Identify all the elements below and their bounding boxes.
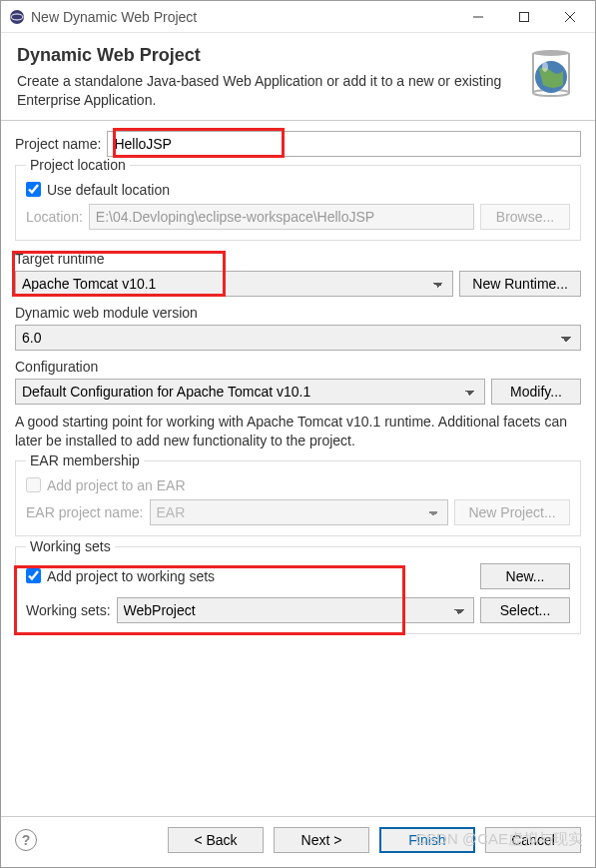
location-label: Location:: [26, 209, 83, 225]
configuration-select[interactable]: Default Configuration for Apache Tomcat …: [15, 379, 485, 405]
add-to-ear-label: Add project to an EAR: [47, 477, 186, 493]
use-default-location-checkbox[interactable]: [26, 182, 41, 197]
location-input: [89, 204, 474, 230]
select-working-set-button[interactable]: Select...: [480, 597, 570, 623]
eclipse-icon: [9, 9, 25, 25]
working-sets-label: Working sets:: [26, 602, 111, 618]
finish-button[interactable]: Finish: [379, 827, 475, 853]
window-title: New Dynamic Web Project: [31, 9, 455, 25]
project-name-label: Project name:: [15, 136, 101, 152]
ear-name-label: EAR project name:: [26, 504, 144, 520]
add-to-ear-checkbox: [26, 477, 41, 492]
close-button[interactable]: [547, 2, 593, 32]
wizard-header: Dynamic Web Project Create a standalone …: [1, 33, 595, 121]
ear-name-select: EAR: [150, 499, 449, 525]
target-runtime-select[interactable]: Apache Tomcat v10.1: [15, 271, 453, 297]
project-location-group: Project location Use default location Lo…: [15, 165, 581, 241]
minimize-button[interactable]: [455, 2, 501, 32]
project-location-legend: Project location: [26, 157, 130, 173]
titlebar: New Dynamic Web Project: [1, 1, 595, 33]
page-title: Dynamic Web Project: [17, 45, 513, 66]
target-runtime-title: Target runtime: [15, 251, 581, 267]
next-button[interactable]: Next >: [274, 827, 369, 853]
new-ear-project-button: New Project...: [454, 499, 570, 525]
ear-legend: EAR membership: [26, 452, 144, 468]
modify-button[interactable]: Modify...: [491, 379, 581, 405]
add-to-working-sets-label: Add project to working sets: [47, 568, 215, 584]
wizard-footer: ? < Back Next > Finish Cancel: [1, 816, 595, 867]
web-module-title: Dynamic web module version: [15, 305, 581, 321]
ear-group: EAR membership Add project to an EAR EAR…: [15, 460, 581, 536]
svg-point-0: [10, 10, 24, 24]
use-default-location-label: Use default location: [47, 182, 170, 198]
working-sets-group: Working sets Add project to working sets…: [15, 546, 581, 634]
configuration-description: A good starting point for working with A…: [15, 413, 581, 450]
globe-icon: [523, 45, 579, 101]
new-runtime-button[interactable]: New Runtime...: [459, 271, 581, 297]
page-subtitle: Create a standalone Java-based Web Appli…: [17, 72, 513, 110]
back-button[interactable]: < Back: [168, 827, 264, 853]
maximize-button[interactable]: [501, 2, 547, 32]
cancel-button[interactable]: Cancel: [485, 827, 581, 853]
project-name-input[interactable]: [107, 131, 581, 157]
svg-point-11: [542, 62, 548, 72]
browse-button: Browse...: [480, 204, 570, 230]
working-sets-legend: Working sets: [26, 538, 115, 554]
help-icon[interactable]: ?: [15, 829, 37, 851]
web-module-select[interactable]: 6.0: [15, 325, 581, 351]
add-to-working-sets-checkbox[interactable]: [26, 568, 41, 583]
svg-point-6: [533, 50, 569, 56]
svg-rect-3: [520, 12, 529, 21]
working-sets-select[interactable]: WebProject: [117, 597, 474, 623]
new-working-set-button[interactable]: New...: [480, 563, 570, 589]
configuration-title: Configuration: [15, 359, 581, 375]
